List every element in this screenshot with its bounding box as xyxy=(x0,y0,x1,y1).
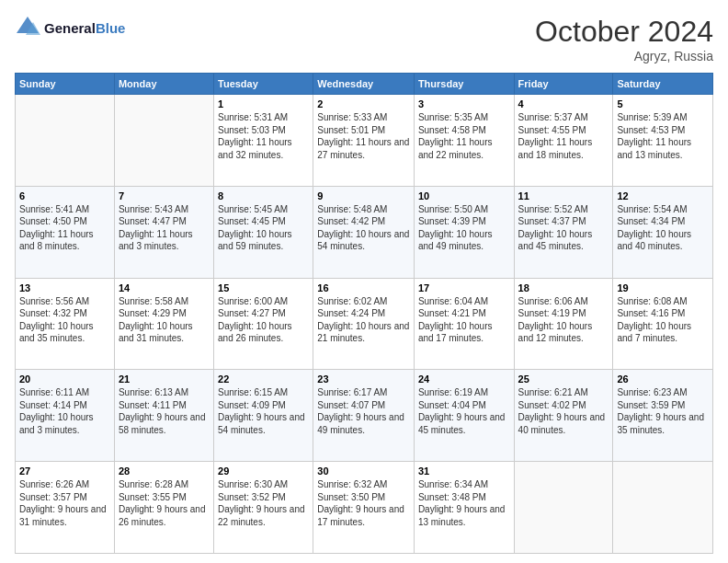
header: GeneralBlue October 2024 Agryz, Russia xyxy=(15,15,713,63)
week-row-1: 6Sunrise: 5:41 AM Sunset: 4:50 PM Daylig… xyxy=(16,186,713,278)
calendar-cell-2-2: 15Sunrise: 6:00 AM Sunset: 4:27 PM Dayli… xyxy=(214,278,313,370)
day-info: Sunrise: 5:45 AM Sunset: 4:45 PM Dayligh… xyxy=(218,203,309,253)
calendar-cell-0-2: 1Sunrise: 5:31 AM Sunset: 5:03 PM Daylig… xyxy=(214,95,313,187)
day-number: 30 xyxy=(317,465,410,477)
day-number: 5 xyxy=(617,98,709,109)
day-number: 14 xyxy=(119,282,210,293)
day-number: 4 xyxy=(518,98,609,109)
week-row-2: 13Sunrise: 5:56 AM Sunset: 4:32 PM Dayli… xyxy=(16,278,713,370)
calendar-cell-3-4: 24Sunrise: 6:19 AM Sunset: 4:04 PM Dayli… xyxy=(414,370,514,462)
day-info: Sunrise: 5:50 AM Sunset: 4:39 PM Dayligh… xyxy=(418,203,510,253)
day-info: Sunrise: 5:56 AM Sunset: 4:32 PM Dayligh… xyxy=(19,295,110,345)
calendar-cell-0-6: 5Sunrise: 5:39 AM Sunset: 4:53 PM Daylig… xyxy=(613,95,713,187)
week-row-3: 20Sunrise: 6:11 AM Sunset: 4:14 PM Dayli… xyxy=(16,370,713,462)
calendar-cell-2-5: 18Sunrise: 6:06 AM Sunset: 4:19 PM Dayli… xyxy=(514,278,613,370)
day-info: Sunrise: 5:37 AM Sunset: 4:55 PM Dayligh… xyxy=(518,111,609,161)
calendar-cell-1-6: 12Sunrise: 5:54 AM Sunset: 4:34 PM Dayli… xyxy=(613,186,713,278)
calendar-cell-3-3: 23Sunrise: 6:17 AM Sunset: 4:07 PM Dayli… xyxy=(313,370,415,462)
day-info: Sunrise: 5:39 AM Sunset: 4:53 PM Dayligh… xyxy=(617,111,709,161)
logo: GeneralBlue xyxy=(15,15,125,40)
day-number: 9 xyxy=(317,190,410,201)
day-info: Sunrise: 5:48 AM Sunset: 4:42 PM Dayligh… xyxy=(317,203,410,253)
day-number: 25 xyxy=(518,373,609,385)
day-info: Sunrise: 6:19 AM Sunset: 4:04 PM Dayligh… xyxy=(418,386,510,436)
calendar-cell-0-3: 2Sunrise: 5:33 AM Sunset: 5:01 PM Daylig… xyxy=(313,95,415,187)
logo-icon xyxy=(15,15,40,40)
day-info: Sunrise: 6:00 AM Sunset: 4:27 PM Dayligh… xyxy=(218,295,309,345)
col-friday: Friday xyxy=(514,74,613,95)
day-info: Sunrise: 6:34 AM Sunset: 3:48 PM Dayligh… xyxy=(418,478,510,528)
calendar-cell-4-5 xyxy=(514,462,613,554)
week-row-4: 27Sunrise: 6:26 AM Sunset: 3:57 PM Dayli… xyxy=(16,462,713,554)
day-number: 29 xyxy=(218,465,309,477)
day-number: 22 xyxy=(218,373,309,385)
calendar-cell-4-2: 29Sunrise: 6:30 AM Sunset: 3:52 PM Dayli… xyxy=(214,462,313,554)
calendar-cell-4-4: 31Sunrise: 6:34 AM Sunset: 3:48 PM Dayli… xyxy=(414,462,514,554)
day-number: 6 xyxy=(19,190,110,201)
col-sunday: Sunday xyxy=(16,74,115,95)
day-info: Sunrise: 6:04 AM Sunset: 4:21 PM Dayligh… xyxy=(418,295,510,345)
calendar-cell-1-4: 10Sunrise: 5:50 AM Sunset: 4:39 PM Dayli… xyxy=(414,186,514,278)
day-info: Sunrise: 6:02 AM Sunset: 4:24 PM Dayligh… xyxy=(317,295,410,345)
day-number: 13 xyxy=(19,282,110,293)
day-number: 2 xyxy=(317,98,410,109)
day-info: Sunrise: 6:28 AM Sunset: 3:55 PM Dayligh… xyxy=(119,478,210,528)
calendar-cell-4-3: 30Sunrise: 6:32 AM Sunset: 3:50 PM Dayli… xyxy=(313,462,415,554)
day-info: Sunrise: 6:15 AM Sunset: 4:09 PM Dayligh… xyxy=(218,386,309,436)
day-number: 19 xyxy=(617,282,709,293)
calendar-cell-1-5: 11Sunrise: 5:52 AM Sunset: 4:37 PM Dayli… xyxy=(514,186,613,278)
day-info: Sunrise: 6:13 AM Sunset: 4:11 PM Dayligh… xyxy=(119,386,210,436)
day-info: Sunrise: 6:32 AM Sunset: 3:50 PM Dayligh… xyxy=(317,478,410,528)
calendar-header-row: Sunday Monday Tuesday Wednesday Thursday… xyxy=(16,74,713,95)
day-info: Sunrise: 5:33 AM Sunset: 5:01 PM Dayligh… xyxy=(317,111,410,161)
day-info: Sunrise: 5:58 AM Sunset: 4:29 PM Dayligh… xyxy=(119,295,210,345)
logo-text: GeneralBlue xyxy=(44,20,125,36)
calendar-cell-3-0: 20Sunrise: 6:11 AM Sunset: 4:14 PM Dayli… xyxy=(16,370,115,462)
calendar-cell-0-4: 3Sunrise: 5:35 AM Sunset: 4:58 PM Daylig… xyxy=(414,95,514,187)
day-info: Sunrise: 6:08 AM Sunset: 4:16 PM Dayligh… xyxy=(617,295,709,345)
calendar-cell-0-0 xyxy=(16,95,115,187)
title-block: October 2024 Agryz, Russia xyxy=(535,15,713,63)
calendar-cell-2-3: 16Sunrise: 6:02 AM Sunset: 4:24 PM Dayli… xyxy=(313,278,415,370)
page: GeneralBlue October 2024 Agryz, Russia S… xyxy=(0,0,728,563)
day-info: Sunrise: 6:30 AM Sunset: 3:52 PM Dayligh… xyxy=(218,478,309,528)
day-info: Sunrise: 6:26 AM Sunset: 3:57 PM Dayligh… xyxy=(19,478,110,528)
col-tuesday: Tuesday xyxy=(214,74,313,95)
day-number: 12 xyxy=(617,190,709,201)
calendar-cell-4-6 xyxy=(613,462,713,554)
day-info: Sunrise: 6:21 AM Sunset: 4:02 PM Dayligh… xyxy=(518,386,609,436)
calendar-cell-0-1 xyxy=(114,95,213,187)
day-number: 20 xyxy=(19,373,110,385)
calendar-cell-2-4: 17Sunrise: 6:04 AM Sunset: 4:21 PM Dayli… xyxy=(414,278,514,370)
day-number: 18 xyxy=(518,282,609,293)
calendar-cell-4-0: 27Sunrise: 6:26 AM Sunset: 3:57 PM Dayli… xyxy=(16,462,115,554)
day-number: 3 xyxy=(418,98,510,109)
day-number: 10 xyxy=(418,190,510,201)
location: Agryz, Russia xyxy=(535,49,713,63)
week-row-0: 1Sunrise: 5:31 AM Sunset: 5:03 PM Daylig… xyxy=(16,95,713,187)
calendar-cell-3-1: 21Sunrise: 6:13 AM Sunset: 4:11 PM Dayli… xyxy=(114,370,213,462)
col-monday: Monday xyxy=(114,74,213,95)
day-number: 28 xyxy=(119,465,210,477)
calendar-cell-1-2: 8Sunrise: 5:45 AM Sunset: 4:45 PM Daylig… xyxy=(214,186,313,278)
day-number: 7 xyxy=(119,190,210,201)
day-number: 23 xyxy=(317,373,410,385)
calendar-body: 1Sunrise: 5:31 AM Sunset: 5:03 PM Daylig… xyxy=(16,95,713,554)
day-info: Sunrise: 5:54 AM Sunset: 4:34 PM Dayligh… xyxy=(617,203,709,253)
calendar-cell-3-2: 22Sunrise: 6:15 AM Sunset: 4:09 PM Dayli… xyxy=(214,370,313,462)
calendar: Sunday Monday Tuesday Wednesday Thursday… xyxy=(15,73,713,554)
day-number: 21 xyxy=(119,373,210,385)
col-wednesday: Wednesday xyxy=(313,74,415,95)
day-number: 26 xyxy=(617,373,709,385)
day-number: 27 xyxy=(19,465,110,477)
col-saturday: Saturday xyxy=(613,74,713,95)
day-info: Sunrise: 6:11 AM Sunset: 4:14 PM Dayligh… xyxy=(19,386,110,436)
month-title: October 2024 xyxy=(535,15,713,49)
day-info: Sunrise: 6:17 AM Sunset: 4:07 PM Dayligh… xyxy=(317,386,410,436)
day-number: 15 xyxy=(218,282,309,293)
day-info: Sunrise: 5:31 AM Sunset: 5:03 PM Dayligh… xyxy=(218,111,309,161)
day-number: 11 xyxy=(518,190,609,201)
calendar-cell-4-1: 28Sunrise: 6:28 AM Sunset: 3:55 PM Dayli… xyxy=(114,462,213,554)
calendar-cell-0-5: 4Sunrise: 5:37 AM Sunset: 4:55 PM Daylig… xyxy=(514,95,613,187)
day-number: 1 xyxy=(218,98,309,109)
